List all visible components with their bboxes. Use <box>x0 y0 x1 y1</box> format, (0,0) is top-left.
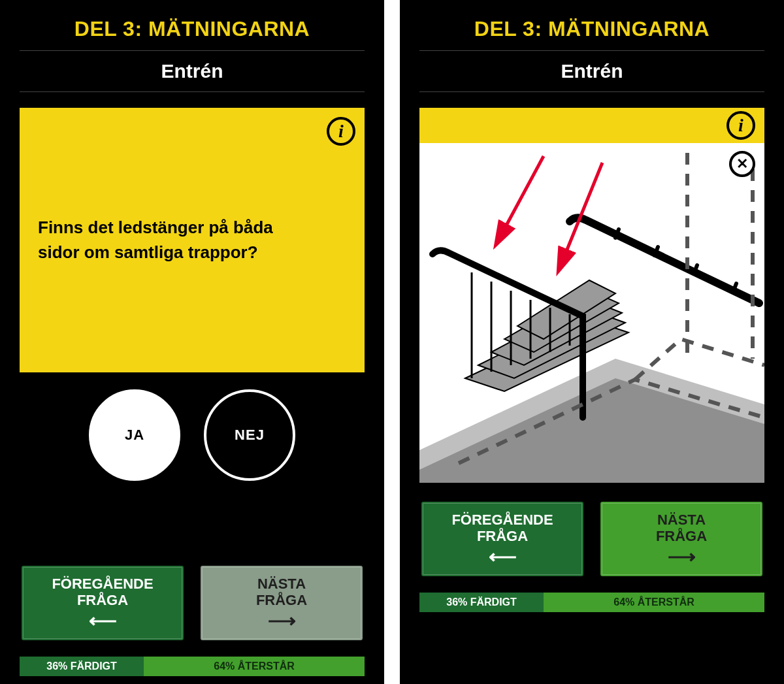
divider <box>20 91 365 92</box>
info-card-area: i ✕ <box>419 108 764 483</box>
svg-line-19 <box>498 156 544 241</box>
info-icon[interactable]: i <box>327 117 355 146</box>
progress-done: 36% FÄRDIGT <box>20 657 144 676</box>
divider <box>20 50 365 51</box>
progress-remaining: 64% ÅTERSTÅR <box>544 593 764 612</box>
divider <box>419 91 764 92</box>
nav-row: FÖREGÅENDE FRÅGA ⟵ NÄSTA FRÅGA ⟶ <box>20 564 365 642</box>
next-question-button[interactable]: NÄSTA FRÅGA ⟶ <box>199 564 365 642</box>
question-card-area: i Finns det ledstänger på båda sidor om … <box>20 108 365 372</box>
info-header-bar: i <box>419 108 764 143</box>
answer-no-button[interactable]: NEJ <box>204 389 295 481</box>
question-card: i Finns det ledstänger på båda sidor om … <box>20 108 365 372</box>
subsection-title: Entrén <box>419 60 764 82</box>
svg-line-20 <box>560 163 602 267</box>
next-label-1: NÄSTA <box>656 512 707 528</box>
section-title: DEL 3: MÄTNINGARNA <box>20 17 365 41</box>
section-title: DEL 3: MÄTNINGARNA <box>419 17 764 41</box>
answer-yes-button[interactable]: JA <box>89 389 180 481</box>
question-text: Finns det ledstänger på båda sidor om sa… <box>38 216 316 265</box>
prev-question-button[interactable]: FÖREGÅENDE FRÅGA ⟵ <box>419 500 585 578</box>
prev-label-2: FRÅGA <box>52 592 153 608</box>
progress-bar: 36% FÄRDIGT 64% ÅTERSTÅR <box>419 593 764 612</box>
info-illustration-card: ✕ <box>419 143 764 483</box>
divider <box>419 50 764 51</box>
nav-row: FÖREGÅENDE FRÅGA ⟵ NÄSTA FRÅGA ⟶ <box>419 500 764 578</box>
arrow-left-icon: ⟵ <box>489 547 517 566</box>
prev-label-1: FÖREGÅENDE <box>52 576 153 592</box>
info-icon[interactable]: i <box>727 111 755 140</box>
progress-bar: 36% FÄRDIGT 64% ÅTERSTÅR <box>20 657 365 676</box>
arrow-right-icon: ⟶ <box>268 611 296 630</box>
prev-question-button[interactable]: FÖREGÅENDE FRÅGA ⟵ <box>20 564 186 642</box>
next-label-1: NÄSTA <box>256 576 307 592</box>
subsection-title: Entrén <box>20 60 365 82</box>
phone-screen-info-overlay: DEL 3: MÄTNINGARNA Entrén i ✕ <box>400 0 784 684</box>
next-label-2: FRÅGA <box>256 592 307 608</box>
next-label-2: FRÅGA <box>656 528 707 544</box>
answer-row: JA NEJ <box>20 389 365 481</box>
arrow-right-icon: ⟶ <box>668 547 696 566</box>
phone-screen-question: DEL 3: MÄTNINGARNA Entrén i Finns det le… <box>0 0 384 684</box>
close-icon[interactable]: ✕ <box>729 151 755 177</box>
progress-remaining: 64% ÅTERSTÅR <box>144 657 365 676</box>
next-question-button[interactable]: NÄSTA FRÅGA ⟶ <box>598 500 764 578</box>
prev-label-2: FRÅGA <box>451 528 553 544</box>
stairs-handrail-illustration <box>419 143 764 483</box>
arrow-left-icon: ⟵ <box>89 611 117 630</box>
progress-done: 36% FÄRDIGT <box>419 593 544 612</box>
prev-label-1: FÖREGÅENDE <box>451 512 553 528</box>
